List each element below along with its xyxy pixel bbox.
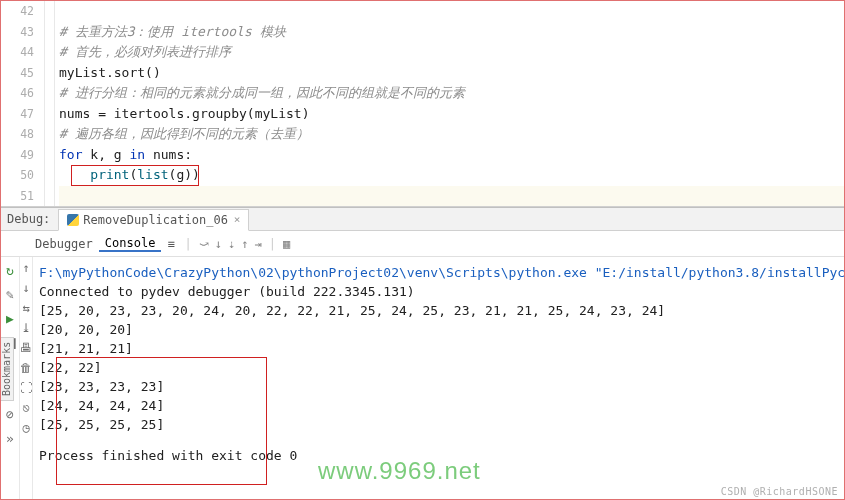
history-icon[interactable]: ◷ [22,421,29,435]
console-toolbar: ↑ ↓ ⇆ ⤓ 🖶 🗑 ⛶ ⎋ ◷ [20,257,33,500]
step-into-icon[interactable]: ↓ [215,237,222,251]
tab-title: RemoveDuplication_06 [83,208,228,232]
comment: # 首先，必须对列表进行排序 [59,44,231,59]
filter-icon[interactable]: ⛶ [20,381,32,395]
console-output[interactable]: F:\myPythonCode\CrazyPython\02\pythonPro… [33,257,845,500]
code-area[interactable]: # 去重方法3：使用 itertools 模块 # 首先，必须对列表进行排序 m… [55,1,844,206]
builtin-print: print [90,167,129,182]
modify-run-icon[interactable]: ✎ [1,285,19,303]
step-into-my-icon[interactable]: ⇣ [228,237,235,251]
evaluate-icon[interactable]: ▦ [283,237,290,251]
close-icon[interactable]: × [234,208,241,232]
corner-watermark: CSDN @RichardHSONE [721,486,838,497]
command-line: F:\myPythonCode\CrazyPython\02\pythonPro… [39,263,845,282]
step-out-icon[interactable]: ↑ [241,237,248,251]
fold-gutter[interactable] [45,1,55,206]
line-number: 44 [1,42,34,63]
resume-icon[interactable]: ▶ [1,309,19,327]
tab-debugger[interactable]: Debugger [29,237,99,251]
rerun-icon[interactable]: ↻ [1,261,19,279]
output-line: Connected to pydev debugger (build 222.3… [39,282,845,301]
layout-icon[interactable]: » [1,429,19,447]
debug-session-tab[interactable]: RemoveDuplication_06 × [58,209,249,231]
code-editor[interactable]: 42 43 44 45 46 47 48 49 50 51 # 去重方法3：使用… [1,1,844,207]
debug-tool-window-header[interactable]: Debug: RemoveDuplication_06 × [1,207,844,231]
step-over-icon[interactable]: ⤻ [199,237,209,251]
output-line: [23, 23, 23, 23] [39,377,845,396]
line-number: 43 [1,22,34,43]
line-number: 47 [1,104,34,125]
output-line: [21, 21, 21] [39,339,845,358]
comment: # 去重方法3：使用 itertools 模块 [59,24,286,39]
scroll-end-icon[interactable]: ⤓ [21,321,31,335]
keyword-for: for [59,147,82,162]
line-number: 51 [1,186,34,207]
comment: # 遍历各组，因此得到不同的元素（去重） [59,126,309,141]
run-to-cursor-icon[interactable]: ⇥ [255,237,262,251]
debug-subtabs: Debugger Console ≡ | ⤻ ↓ ⇣ ↑ ⇥ | ▦ [1,231,844,257]
tab-console[interactable]: Console [99,236,162,252]
builtin-list: list [137,167,168,182]
output-line: [25, 20, 23, 23, 20, 24, 20, 22, 22, 21,… [39,301,845,320]
python-icon [67,214,79,226]
line-number: 46 [1,83,34,104]
comment: # 进行分组：相同的元素就分成同一组，因此不同的组就是不同的元素 [59,85,465,100]
code-text: myList.sort() [59,65,161,80]
debug-label: Debug: [7,207,50,231]
clear-icon[interactable]: 🗑 [20,361,32,375]
line-number: 49 [1,145,34,166]
caret-line[interactable] [59,186,844,207]
down-icon[interactable]: ↓ [22,281,29,295]
mute-bp-icon[interactable]: ⊘ [1,405,19,423]
more-menu-icon[interactable]: ≡ [161,237,180,251]
output-line: [22, 22] [39,358,845,377]
output-line: [24, 24, 24, 24] [39,396,845,415]
up-icon[interactable]: ↑ [22,261,29,275]
debug-body: ↻ ✎ ▶ ❚❚ ■ ◉ ⊘ » ↑ ↓ ⇆ ⤓ 🖶 🗑 ⛶ ⎋ ◷ F:\my… [1,257,844,500]
line-number: 42 [1,1,34,22]
soft-wrap-icon[interactable]: ⇆ [22,301,29,315]
output-line: [20, 20, 20] [39,320,845,339]
line-number: 48 [1,124,34,145]
bookmarks-tool-tab[interactable]: Bookmarks [0,337,14,401]
keyword-in: in [129,147,145,162]
python-console-icon[interactable]: ⎋ [22,401,29,415]
line-gutter: 42 43 44 45 46 47 48 49 50 51 [1,1,45,206]
output-line: [25, 25, 25, 25] [39,415,845,434]
line-number: 50 [1,165,34,186]
code-text: nums = itertools.groupby(myList) [59,106,309,121]
exit-line: Process finished with exit code 0 [39,446,845,465]
line-number: 45 [1,63,34,84]
print-icon[interactable]: 🖶 [20,341,32,355]
